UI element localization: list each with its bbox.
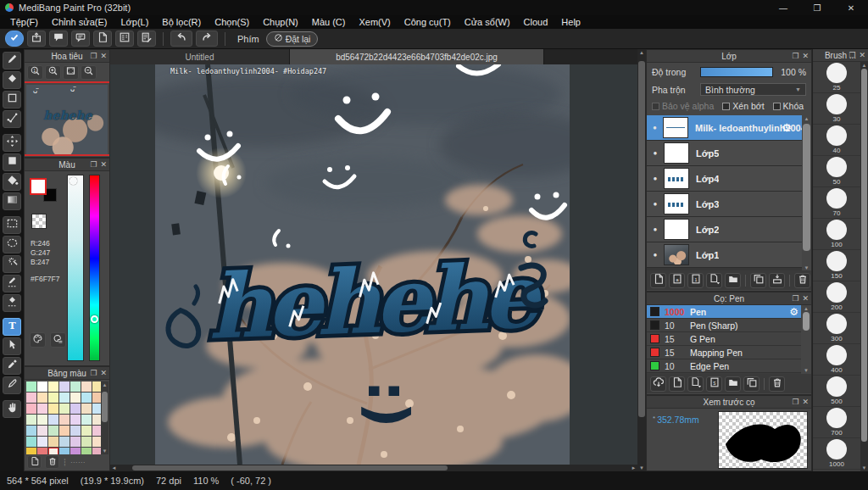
palette-swatch[interactable] <box>92 404 101 414</box>
palette-swatch[interactable] <box>48 448 58 454</box>
move-tool[interactable] <box>3 134 21 152</box>
brush-size-item[interactable]: 25 <box>813 62 860 93</box>
brush-row[interactable]: 10 Pen (Sharp) <box>647 319 802 332</box>
hand-tool[interactable] <box>3 400 21 418</box>
palette-swatch[interactable] <box>81 393 92 403</box>
brush-size-item[interactable]: 100 <box>813 219 860 250</box>
palette-swatch[interactable] <box>92 393 101 403</box>
new-1bit-layer-button[interactable]: 1 <box>687 273 704 288</box>
palette-swatch[interactable] <box>26 404 36 414</box>
eyedropper-tool[interactable] <box>3 357 21 375</box>
scroll-up-icon[interactable]: ▲ <box>637 50 646 55</box>
menu-item-11[interactable]: Help <box>554 15 587 29</box>
close-icon[interactable]: ✕ <box>100 51 107 62</box>
brush-size-item[interactable]: 150 <box>813 250 860 281</box>
palette-swatch[interactable] <box>48 381 58 392</box>
grid-edit-button[interactable] <box>137 31 156 47</box>
navigator-thumbnail[interactable]: ᴗ̈ ᴗ̈ hehehe <box>26 85 108 154</box>
palette-swatch[interactable] <box>48 426 58 436</box>
zoom-actual-button[interactable]: 1 <box>27 65 43 80</box>
popout-icon[interactable]: ❐ <box>792 293 798 304</box>
close-icon[interactable]: ✕ <box>100 159 107 170</box>
duplicate-layer-button[interactable] <box>750 273 766 288</box>
layer-visibility-toggle[interactable]: ● <box>647 200 664 208</box>
popout-icon[interactable]: ❐ <box>849 50 855 61</box>
menu-item-6[interactable]: Màu (C) <box>305 15 353 29</box>
size-list-scrollbar[interactable]: ▲ ▼ <box>860 62 868 471</box>
palette-edit-button[interactable] <box>50 332 66 348</box>
new-brush-button[interactable] <box>669 376 685 392</box>
new-folder-button[interactable] <box>725 273 741 288</box>
palette-swatch[interactable] <box>92 437 101 447</box>
cloud-download-button[interactable] <box>650 376 666 392</box>
scroll-up-icon[interactable]: ▲ <box>101 381 108 388</box>
layer-row[interactable]: ● Lớp1 <box>647 242 804 268</box>
share-button[interactable] <box>27 31 46 47</box>
close-button[interactable]: ✕ <box>834 0 868 15</box>
gradient-tool[interactable] <box>3 192 21 210</box>
layer-visibility-toggle[interactable]: ● <box>647 149 664 157</box>
palette-swatch[interactable] <box>59 404 70 414</box>
hue-strip[interactable] <box>89 175 100 361</box>
brush-size-item[interactable]: 700 <box>813 407 860 438</box>
close-icon[interactable]: ✕ <box>802 397 809 408</box>
palette-swatch[interactable] <box>81 437 92 447</box>
brush-row[interactable]: 1000 Pen ⚙ <box>647 305 802 319</box>
shape-brush-tool[interactable] <box>3 91 21 109</box>
transparent-color-swatch[interactable] <box>31 214 47 229</box>
close-icon[interactable]: ✕ <box>859 50 865 61</box>
popout-icon[interactable]: ❐ <box>90 368 97 379</box>
layer-checkbox-1[interactable]: Xén bớt <box>722 101 764 111</box>
palette-swatch[interactable] <box>48 415 58 425</box>
palette-swatch[interactable] <box>37 426 47 436</box>
scroll-up-icon[interactable]: ▲ <box>801 305 811 312</box>
popout-icon[interactable]: ❐ <box>792 397 798 408</box>
palette-swatch[interactable] <box>59 426 70 436</box>
text-tool[interactable]: T <box>3 318 21 336</box>
layer-row[interactable]: ● Lớp4 <box>647 166 804 192</box>
script-brush-button[interactable]: s <box>706 376 722 392</box>
popout-icon[interactable]: ❐ <box>90 51 97 62</box>
menu-item-10[interactable]: Cloud <box>517 15 555 29</box>
palette-swatch[interactable] <box>81 381 92 392</box>
menu-item-7[interactable]: Xem(V) <box>352 15 397 29</box>
comment-button[interactable] <box>71 31 90 47</box>
palette-swatch[interactable] <box>59 415 70 425</box>
palette-swatch[interactable] <box>70 437 81 447</box>
palette-swatch[interactable] <box>70 404 81 414</box>
palette-swatch[interactable] <box>37 448 47 454</box>
palette-swatch[interactable] <box>37 393 47 403</box>
operation-tool[interactable] <box>3 337 21 355</box>
zoom-in-button[interactable] <box>45 65 61 80</box>
scroll-down-icon[interactable]: ▼ <box>860 465 868 471</box>
brush-row[interactable]: 15 Mapping Pen <box>647 346 802 359</box>
new-swatch-button[interactable] <box>27 455 42 469</box>
lasso-tool[interactable] <box>3 236 21 253</box>
minimize-button[interactable]: — <box>766 0 800 15</box>
palette-swatch[interactable] <box>48 437 58 447</box>
delete-layer-button[interactable] <box>794 273 810 288</box>
select-tool[interactable] <box>3 216 21 234</box>
palette-swatch[interactable] <box>70 426 81 436</box>
brush-size-item[interactable]: 500 <box>813 376 860 407</box>
palette-swatch[interactable] <box>70 381 81 392</box>
dot-curve-tool[interactable] <box>3 110 21 128</box>
canvas[interactable]: hehehe <box>155 64 570 465</box>
palette-swatch[interactable] <box>81 448 92 454</box>
document-button[interactable] <box>93 31 112 47</box>
palette-swatch[interactable] <box>37 415 47 425</box>
palette-swatch[interactable] <box>59 437 70 447</box>
scroll-down-icon[interactable]: ▼ <box>101 448 108 454</box>
popout-icon[interactable]: ❐ <box>90 159 97 170</box>
layer-visibility-toggle[interactable]: ● <box>647 175 664 182</box>
merge-down-button[interactable] <box>769 273 785 288</box>
close-icon[interactable]: ✕ <box>802 293 809 304</box>
scroll-down-icon[interactable]: ▼ <box>801 367 811 374</box>
new-8bit-layer-button[interactable]: a <box>669 273 685 288</box>
opacity-slider[interactable] <box>700 67 773 77</box>
menu-item-0[interactable]: Tệp(F) <box>3 15 45 29</box>
brush-gear-icon[interactable]: ⚙ <box>789 306 798 318</box>
brush-size-item[interactable]: 300 <box>813 313 860 344</box>
cloud-check-button[interactable] <box>5 31 24 47</box>
redo-button[interactable] <box>196 31 218 47</box>
